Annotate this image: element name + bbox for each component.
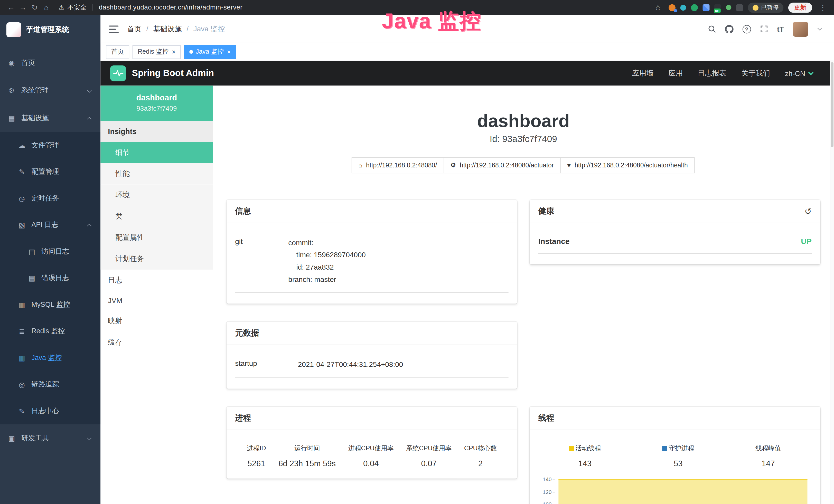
locale-selector[interactable]: zh-CN bbox=[785, 69, 813, 77]
browser-menu-icon[interactable]: ⋮ bbox=[817, 3, 829, 12]
sba-item-config-props[interactable]: 配置属性 bbox=[101, 227, 213, 248]
sba-item-beans[interactable]: 类 bbox=[101, 206, 213, 227]
sidebar-item-redis-monitor[interactable]: ≣ Redis 监控 bbox=[0, 318, 101, 345]
app-logo[interactable]: 芋道管理系统 bbox=[0, 15, 101, 45]
info-card: 信息 git commit: time: 1596289704000 id: 2 bbox=[226, 200, 517, 303]
extension-icon-7[interactable] bbox=[736, 4, 743, 11]
sidebar-item-label: 文件管理 bbox=[31, 140, 59, 150]
sba-sidebar: dashboard 93a3fc7f7409 Insights 细节 性能 环境… bbox=[101, 86, 213, 504]
extension-icon-2[interactable] bbox=[680, 5, 686, 10]
paused-badge[interactable]: 已暂停 bbox=[748, 2, 784, 12]
extension-icon-4[interactable] bbox=[703, 4, 710, 11]
avatar[interactable] bbox=[793, 22, 808, 37]
infrastructure-icon: ▤ bbox=[7, 114, 16, 122]
security-warning[interactable]: 不安全 bbox=[68, 3, 87, 12]
sidebar-item-java-monitor[interactable]: ▥ Java 监控 bbox=[0, 345, 101, 371]
spring-boot-admin: Spring Boot Admin 应用墙 应用 日志报表 关于我们 zh-CN bbox=[101, 61, 834, 504]
close-icon[interactable]: × bbox=[227, 48, 231, 55]
process-metric: 进程CPU使用率 0.04 bbox=[348, 444, 394, 468]
sba-item-scheduled-tasks[interactable]: 计划任务 bbox=[101, 248, 213, 270]
extension-icon-5[interactable]: on bbox=[714, 4, 721, 11]
sba-nav-about[interactable]: 关于我们 bbox=[741, 69, 770, 78]
chevron-down-icon bbox=[87, 88, 92, 93]
instance-health-row[interactable]: Instance UP bbox=[539, 237, 812, 254]
sidebar-item-access-logs[interactable]: ▤ 访问日志 bbox=[0, 238, 101, 265]
metric-value: 2 bbox=[464, 459, 497, 468]
chart-area-fill bbox=[558, 479, 807, 504]
gear-icon: ⚙ bbox=[7, 87, 16, 94]
sba-item-logs[interactable]: 日志 bbox=[101, 270, 213, 291]
back-icon[interactable]: ← bbox=[5, 3, 17, 12]
breadcrumb-home[interactable]: 首页 bbox=[127, 24, 141, 33]
github-icon[interactable] bbox=[725, 25, 733, 33]
url-text[interactable]: dashboard.yudao.iocoder.cn/infra/admin-s… bbox=[99, 4, 243, 11]
forward-icon[interactable]: → bbox=[17, 3, 29, 12]
process-card-title: 进程 bbox=[235, 413, 251, 423]
sidebar-item-home[interactable]: ◉ 首页 bbox=[0, 49, 101, 77]
tab-java-monitor[interactable]: Java 监控 × bbox=[184, 45, 236, 59]
sba-item-jvm[interactable]: JVM bbox=[101, 291, 213, 311]
sidebar-item-log-center[interactable]: ✎ 日志中心 bbox=[0, 398, 101, 425]
refresh-icon[interactable]: ↻ bbox=[29, 3, 41, 12]
logo-image bbox=[6, 22, 21, 37]
sidebar-item-file-management[interactable]: ☁ 文件管理 bbox=[0, 132, 101, 159]
sba-logo-icon[interactable] bbox=[110, 66, 126, 82]
address-bar[interactable]: ⚠ 不安全 dashboard.yudao.iocoder.cn/infra/a… bbox=[59, 3, 243, 12]
instance-links: ⌂ http://192.168.0.2:48080/ ⚙ http://192… bbox=[213, 158, 834, 174]
extension-icon-6[interactable] bbox=[726, 5, 731, 10]
font-size-icon[interactable]: tT bbox=[777, 25, 784, 33]
devtools-icon: ▣ bbox=[7, 434, 16, 442]
tab-home[interactable]: 首页 bbox=[106, 45, 129, 59]
sba-item-mappings[interactable]: 映射 bbox=[101, 311, 213, 332]
sidebar-item-system[interactable]: ⚙ 系统管理 bbox=[0, 76, 101, 104]
extension-icon-3[interactable] bbox=[691, 4, 698, 11]
startup-row: startup 2021-04-27T00:44:31.254+08:00 bbox=[235, 359, 508, 378]
avatar-caret-icon[interactable] bbox=[817, 26, 822, 30]
tab-redis-monitor[interactable]: Redis 监控 × bbox=[133, 45, 181, 59]
extension-icon-1[interactable] bbox=[668, 4, 676, 11]
actuator-url-button[interactable]: ⚙ http://192.168.0.2:48080/actuator bbox=[443, 158, 561, 174]
sidebar-item-label: 链路追踪 bbox=[31, 380, 59, 389]
health-card-title: 健康 bbox=[539, 206, 554, 216]
y-tick: 140 bbox=[543, 477, 555, 482]
sidebar-item-mysql-monitor[interactable]: ▦ MySQL 监控 bbox=[0, 292, 101, 318]
sidebar-item-error-logs[interactable]: ▤ 错误日志 bbox=[0, 265, 101, 292]
instance-block[interactable]: dashboard 93a3fc7f7409 bbox=[101, 86, 213, 121]
legend-live-threads: 活动线程 143 bbox=[569, 444, 601, 468]
close-icon[interactable]: × bbox=[172, 48, 176, 55]
sidebar-item-devtools[interactable]: ▣ 研发工具 bbox=[0, 424, 101, 452]
sba-nav-journal[interactable]: 日志报表 bbox=[698, 69, 726, 78]
hamburger-icon[interactable] bbox=[109, 25, 119, 32]
git-id-line: id: 27aa832 bbox=[288, 261, 366, 274]
sba-item-details[interactable]: 细节 bbox=[101, 142, 213, 163]
git-branch-line: branch: master bbox=[288, 274, 366, 286]
sba-nav-wallboard[interactable]: 应用墙 bbox=[632, 69, 654, 78]
sba-main: dashboard Id: 93a3fc7f7409 ⌂ http://192.… bbox=[213, 86, 834, 504]
sba-brand-title[interactable]: Spring Boot Admin bbox=[132, 68, 214, 78]
sba-nav-applications[interactable]: 应用 bbox=[668, 69, 683, 78]
legend-value: 143 bbox=[569, 459, 601, 468]
breadcrumb-infrastructure[interactable]: 基础设施 bbox=[153, 24, 182, 33]
sidebar-item-infrastructure[interactable]: ▤ 基础设施 bbox=[0, 104, 101, 132]
sidebar-item-api-logs[interactable]: ▧ API 日志 bbox=[0, 211, 101, 238]
sidebar-item-tracing[interactable]: ◎ 链路追踪 bbox=[0, 371, 101, 398]
base-url-button[interactable]: ⌂ http://192.168.0.2:48080/ bbox=[352, 158, 444, 174]
bookmark-star-icon[interactable]: ☆ bbox=[652, 3, 664, 12]
browser-home-icon[interactable]: ⌂ bbox=[40, 3, 52, 12]
scrollbar-thumb[interactable] bbox=[831, 62, 833, 147]
sba-item-caches[interactable]: 缓存 bbox=[101, 332, 213, 353]
sba-item-environment[interactable]: 环境 bbox=[101, 185, 213, 206]
update-button[interactable]: 更新 bbox=[788, 2, 812, 12]
git-time-line: time: 1596289704000 bbox=[288, 250, 366, 261]
fullscreen-icon[interactable] bbox=[760, 25, 768, 33]
y-tick: 100 bbox=[543, 501, 555, 504]
sidebar-item-scheduled-tasks[interactable]: ◷ 定时任务 bbox=[0, 185, 101, 212]
legend-blue-swatch bbox=[662, 446, 667, 451]
sba-item-metrics[interactable]: 性能 bbox=[101, 163, 213, 185]
health-url-button[interactable]: ♥ http://192.168.0.2:48080/actuator/heal… bbox=[560, 158, 695, 174]
sidebar-item-config-management[interactable]: ✎ 配置管理 bbox=[0, 158, 101, 185]
search-icon[interactable] bbox=[708, 25, 716, 33]
help-icon[interactable]: ? bbox=[742, 25, 751, 33]
metadata-card-title: 元数据 bbox=[235, 328, 259, 338]
history-icon[interactable]: ↺ bbox=[805, 207, 812, 216]
